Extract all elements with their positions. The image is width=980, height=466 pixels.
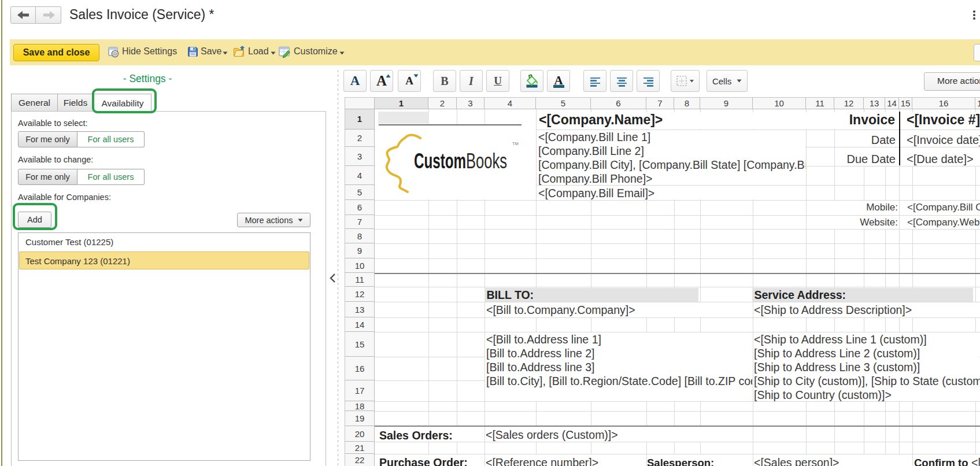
svg-text:Custom: Custom [414, 149, 466, 173]
svg-text:TM: TM [512, 141, 519, 146]
svg-text:Books: Books [466, 149, 507, 173]
